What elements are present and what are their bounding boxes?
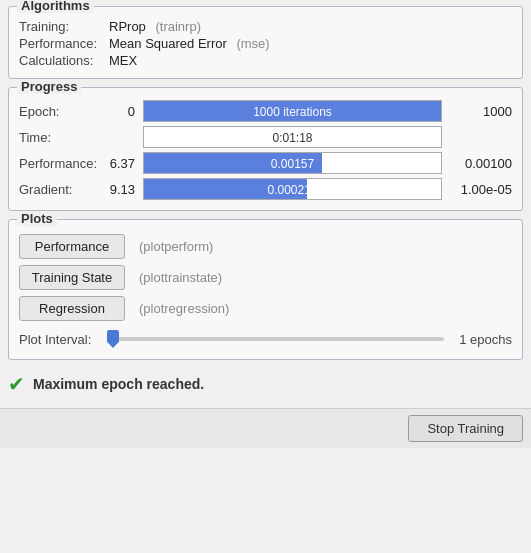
training-state-button[interactable]: Training State	[19, 265, 125, 290]
prog-label-3: Gradient:	[19, 182, 99, 197]
prog-label-0: Epoch:	[19, 104, 99, 119]
algo-label-2: Calculations:	[19, 53, 109, 68]
prog-end-3: 1.00e-05	[442, 182, 512, 197]
prog-start-3: 9.13	[99, 182, 143, 197]
performance-button[interactable]: Performance	[19, 234, 125, 259]
footer: Stop Training	[0, 408, 531, 448]
plots-grid: Performance (plotperform) Training State…	[19, 234, 512, 321]
regression-label: (plotregression)	[129, 301, 512, 316]
plot-interval-value: 1 epochs	[452, 332, 512, 347]
algo-value-2: MEX	[109, 53, 512, 68]
algo-value-1: Mean Squared Error (mse)	[109, 36, 512, 51]
algorithms-section: Algorithms Training: RProp (trainrp) Per…	[8, 6, 523, 79]
plot-interval-row: Plot Interval: 1 epochs	[19, 329, 512, 349]
prog-start-0: 0	[99, 104, 143, 119]
status-row: ✔ Maximum epoch reached.	[8, 370, 523, 398]
algorithms-table: Training: RProp (trainrp) Performance: M…	[19, 19, 512, 68]
plots-section: Plots Performance (plotperform) Training…	[8, 219, 523, 360]
progress-bar-2: 0.00157	[143, 152, 442, 174]
training-state-label: (plottrainstate)	[129, 270, 512, 285]
slider-thumb[interactable]	[107, 330, 119, 348]
slider-track	[107, 337, 444, 341]
progress-section: Progress Epoch: 0 1000 iterations 1000 T…	[8, 87, 523, 211]
main-container: Algorithms Training: RProp (trainrp) Per…	[0, 0, 531, 404]
bar-text-2: 0.00157	[144, 153, 441, 174]
prog-start-2: 6.37	[99, 156, 143, 171]
prog-label-1: Time:	[19, 130, 99, 145]
stop-training-button[interactable]: Stop Training	[408, 415, 523, 442]
algo-label-0: Training:	[19, 19, 109, 34]
algo-label-1: Performance:	[19, 36, 109, 51]
bar-text-1: 0:01:18	[144, 127, 441, 148]
bar-text-0: 1000 iterations	[144, 101, 441, 122]
progress-table: Epoch: 0 1000 iterations 1000 Time: 0:01…	[19, 100, 512, 200]
check-icon: ✔	[8, 374, 25, 394]
algo-value-0: RProp (trainrp)	[109, 19, 512, 34]
plot-interval-slider[interactable]	[107, 329, 444, 349]
progress-bar-3: 0.000216	[143, 178, 442, 200]
progress-title: Progress	[17, 79, 81, 94]
status-message: Maximum epoch reached.	[33, 376, 204, 392]
plots-title: Plots	[17, 211, 57, 226]
algorithms-title: Algorithms	[17, 0, 94, 13]
progress-bar-0: 1000 iterations	[143, 100, 442, 122]
regression-button[interactable]: Regression	[19, 296, 125, 321]
prog-label-2: Performance:	[19, 156, 99, 171]
prog-end-2: 0.00100	[442, 156, 512, 171]
performance-label: (plotperform)	[129, 239, 512, 254]
plot-interval-label: Plot Interval:	[19, 332, 99, 347]
bar-text-3: 0.000216	[144, 179, 441, 200]
prog-end-0: 1000	[442, 104, 512, 119]
progress-bar-1: 0:01:18	[143, 126, 442, 148]
